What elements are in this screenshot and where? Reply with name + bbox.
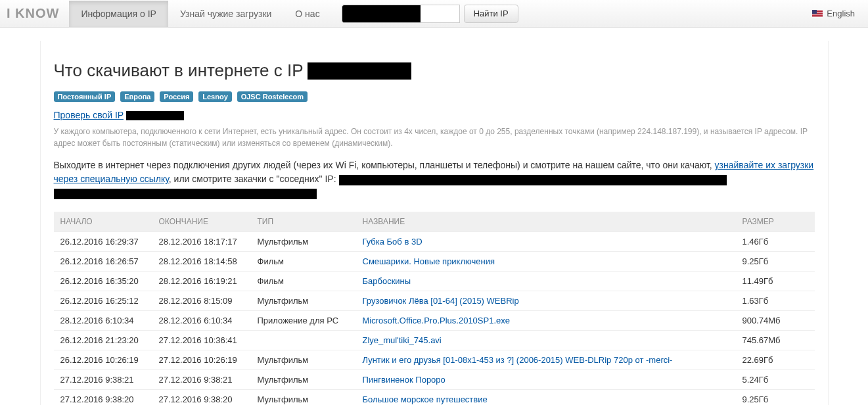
cell-name: Лунтик и его друзья [01-08x1-453 из ?] (…: [356, 350, 736, 370]
cell-type: Приложение для PC: [251, 311, 356, 331]
page-title-text: Что скачивают в интернете с IP: [54, 60, 304, 81]
cell-size: 9.25Гб: [736, 390, 815, 405]
neighbor-ips-redacted-2: [54, 189, 317, 199]
cell-type: [251, 331, 356, 350]
table-header-row: НАЧАЛО ОКОНЧАНИЕ ТИП НАЗВАНИЕ РАЗМЕР: [54, 212, 815, 232]
table-row: 27.12.2016 9:38:2027.12.2016 9:38:20Муль…: [54, 390, 815, 405]
neighbor-ips-redacted-1: [339, 175, 727, 185]
cell-size: 1.63Гб: [736, 291, 815, 311]
check-own-ip-row: Проверь свой IP: [54, 110, 815, 120]
cell-end: 28.12.2016 6:10:34: [152, 311, 251, 331]
cell-end: 28.12.2016 18:17:17: [152, 232, 251, 252]
cell-name: Microsoft.Office.Pro.Plus.2010SP1.exe: [356, 311, 736, 331]
cell-name: Zlye_mul'tiki_745.avi: [356, 331, 736, 350]
cell-name: Грузовичок Лёва [01-64] (2015) WEBRip: [356, 291, 736, 311]
cell-start: 26.12.2016 16:25:12: [54, 291, 152, 311]
cell-type: Мультфильм: [251, 370, 356, 390]
us-flag-icon: [812, 10, 823, 17]
table-body: 26.12.2016 16:29:3728.12.2016 18:17:17Му…: [54, 232, 815, 405]
label-provider[interactable]: OJSC Rostelecom: [237, 91, 308, 102]
cell-end: 27.12.2016 9:38:20: [152, 390, 251, 405]
downloads-table: НАЧАЛО ОКОНЧАНИЕ ТИП НАЗВАНИЕ РАЗМЕР 26.…: [54, 212, 815, 405]
table-row: 26.12.2016 10:26:1927.12.2016 10:26:19Му…: [54, 350, 815, 370]
cell-start: 26.12.2016 16:26:57: [54, 252, 152, 272]
cell-type: Мультфильм: [251, 291, 356, 311]
cell-name: Пингвиненок Пороро: [356, 370, 736, 390]
download-link[interactable]: Zlye_mul'tiki_745.avi: [363, 335, 442, 345]
cell-size: 745.67Мб: [736, 331, 815, 350]
language-switch[interactable]: English: [812, 9, 861, 18]
download-link[interactable]: Microsoft.Office.Pro.Plus.2010SP1.exe: [363, 316, 510, 325]
ip-redacted: [342, 5, 421, 23]
ip-input[interactable]: [421, 5, 460, 23]
brand-logo[interactable]: I KNOW: [7, 6, 69, 21]
para-text-before: Выходите в интернет через подключения др…: [54, 160, 715, 170]
cell-size: 22.69Гб: [736, 350, 815, 370]
download-link[interactable]: Большое морское путешествие: [363, 394, 488, 404]
cell-start: 27.12.2016 9:38:21: [54, 370, 152, 390]
cell-end: 28.12.2016 18:14:58: [152, 252, 251, 272]
ip-labels: Постоянный IP Европа Россия Lesnoy OJSC …: [54, 91, 815, 102]
label-russia[interactable]: Россия: [160, 91, 193, 102]
cell-name: Смешарики. Новые приключения: [356, 252, 736, 272]
page-title: Что скачивают в интернете с IP: [54, 60, 815, 81]
cell-start: 26.12.2016 16:35:20: [54, 272, 152, 291]
ip-description: У каждого компьютера, подключенного к се…: [54, 126, 815, 149]
cell-type: Мультфильм: [251, 350, 356, 370]
download-link[interactable]: Смешарики. Новые приключения: [363, 256, 495, 266]
language-label: English: [827, 9, 855, 18]
cell-size: 5.24Гб: [736, 370, 815, 390]
ip-search-group: Найти IP: [342, 5, 518, 23]
cell-end: 27.12.2016 10:36:41: [152, 331, 251, 350]
label-lesnoy[interactable]: Lesnoy: [198, 91, 232, 102]
table-row: 26.12.2016 21:23:2027.12.2016 10:36:41Zl…: [54, 331, 815, 350]
cell-start: 26.12.2016 10:26:19: [54, 350, 152, 370]
cell-type: Фильм: [251, 252, 356, 272]
cell-size: 9.25Гб: [736, 252, 815, 272]
cell-name: Барбоскины: [356, 272, 736, 291]
cell-end: 28.12.2016 16:19:21: [152, 272, 251, 291]
th-end: ОКОНЧАНИЕ: [152, 212, 251, 232]
th-type: ТИП: [251, 212, 356, 232]
label-static-ip[interactable]: Постоянный IP: [54, 91, 116, 102]
th-start: НАЧАЛО: [54, 212, 152, 232]
cell-start: 26.12.2016 21:23:20: [54, 331, 152, 350]
nav-others-downloads[interactable]: Узнай чужие загрузки: [168, 1, 283, 27]
cell-start: 27.12.2016 9:38:20: [54, 390, 152, 405]
cell-start: 28.12.2016 6:10:34: [54, 311, 152, 331]
find-ip-button[interactable]: Найти IP: [464, 5, 518, 23]
table-row: 26.12.2016 16:26:5728.12.2016 18:14:58Фи…: [54, 252, 815, 272]
download-link[interactable]: Губка Боб в 3D: [363, 237, 423, 247]
check-own-ip-link[interactable]: Проверь свой IP: [54, 110, 124, 120]
table-row: 28.12.2016 6:10:3428.12.2016 6:10:34Прил…: [54, 311, 815, 331]
cell-size: 900.74Мб: [736, 311, 815, 331]
table-row: 26.12.2016 16:29:3728.12.2016 18:17:17Му…: [54, 232, 815, 252]
th-name: НАЗВАНИЕ: [356, 212, 736, 232]
nav-about[interactable]: О нас: [283, 1, 331, 27]
cell-start: 26.12.2016 16:29:37: [54, 232, 152, 252]
cell-size: 1.46Гб: [736, 232, 815, 252]
th-size: РАЗМЕР: [736, 212, 815, 232]
para-text-after: , или смотрите закачки с "соседних" IP:: [169, 174, 336, 184]
cell-type: Мультфильм: [251, 232, 356, 252]
cell-size: 11.49Гб: [736, 272, 815, 291]
ip-redacted-heading: [308, 62, 411, 80]
cell-type: Мультфильм: [251, 390, 356, 405]
cell-name: Губка Боб в 3D: [356, 232, 736, 252]
cell-type: Фильм: [251, 272, 356, 291]
table-row: 26.12.2016 16:25:1228.12.2016 8:15:09Мул…: [54, 291, 815, 311]
label-europe[interactable]: Европа: [120, 91, 154, 102]
cell-name: Большое морское путешествие: [356, 390, 736, 405]
download-link[interactable]: Барбоскины: [363, 276, 411, 286]
own-ip-redacted: [126, 111, 184, 120]
cell-end: 28.12.2016 8:15:09: [152, 291, 251, 311]
navbar: I KNOW Информация о IP Узнай чужие загру…: [0, 0, 868, 28]
main-container: Что скачивают в интернете с IP Постоянны…: [40, 41, 829, 405]
download-link[interactable]: Лунтик и его друзья [01-08x1-453 из ?] (…: [363, 355, 673, 365]
download-link[interactable]: Пингвиненок Пороро: [363, 375, 445, 385]
download-link[interactable]: Грузовичок Лёва [01-64] (2015) WEBRip: [363, 296, 519, 306]
table-row: 27.12.2016 9:38:2127.12.2016 9:38:21Муль…: [54, 370, 815, 390]
cell-end: 27.12.2016 9:38:21: [152, 370, 251, 390]
table-row: 26.12.2016 16:35:2028.12.2016 16:19:21Фи…: [54, 272, 815, 291]
nav-ip-info[interactable]: Информация о IP: [69, 1, 168, 27]
